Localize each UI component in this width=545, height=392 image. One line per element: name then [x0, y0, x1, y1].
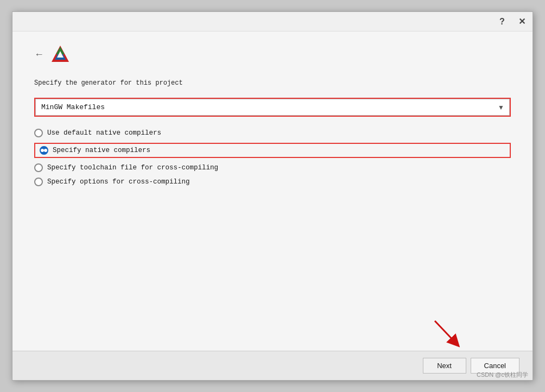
close-button[interactable]: ✕ — [515, 15, 528, 28]
generator-label: Specify the generator for this project — [34, 79, 511, 87]
next-button[interactable]: Next — [423, 358, 466, 374]
cmake-dialog: ? ✕ ← Specif — [12, 11, 533, 381]
radio-input-toolchain — [34, 163, 43, 172]
arrow-indicator — [429, 318, 462, 351]
radio-group: Use default native compilers Specify nat… — [34, 129, 511, 186]
radio-input-default — [34, 129, 43, 137]
generator-select[interactable]: MinGW Makefiles Unix Makefiles Ninja Vis… — [35, 99, 510, 116]
radio-item-native[interactable]: Specify native compilers — [34, 143, 511, 158]
radio-item-toolchain[interactable]: Specify toolchain file for cross-compili… — [34, 163, 511, 172]
radio-label-cross: Specify options for cross-compiling — [47, 178, 190, 186]
title-bar: ? ✕ — [12, 12, 533, 31]
footer: Next Cancel CSDN @c铁柱同学 — [12, 351, 533, 380]
help-button[interactable]: ? — [496, 15, 509, 28]
content-area: ← Specify the generator for this project — [12, 31, 533, 351]
cmake-logo — [50, 45, 70, 64]
radio-input-cross — [34, 178, 43, 186]
radio-label-toolchain: Specify toolchain file for cross-compili… — [47, 164, 218, 172]
radio-label-native: Specify native compilers — [53, 147, 150, 154]
watermark: CSDN @c铁柱同学 — [477, 371, 528, 379]
generator-dropdown-wrapper: MinGW Makefiles Unix Makefiles Ninja Vis… — [34, 98, 511, 117]
back-button[interactable]: ← — [34, 49, 44, 60]
radio-item-cross[interactable]: Specify options for cross-compiling — [34, 178, 511, 186]
form-section: Specify the generator for this project M… — [34, 79, 511, 186]
svg-line-5 — [435, 321, 455, 343]
header-row: ← — [34, 45, 511, 64]
radio-input-native — [40, 146, 48, 155]
radio-item-default[interactable]: Use default native compilers — [34, 129, 511, 137]
radio-label-default: Use default native compilers — [47, 129, 161, 137]
